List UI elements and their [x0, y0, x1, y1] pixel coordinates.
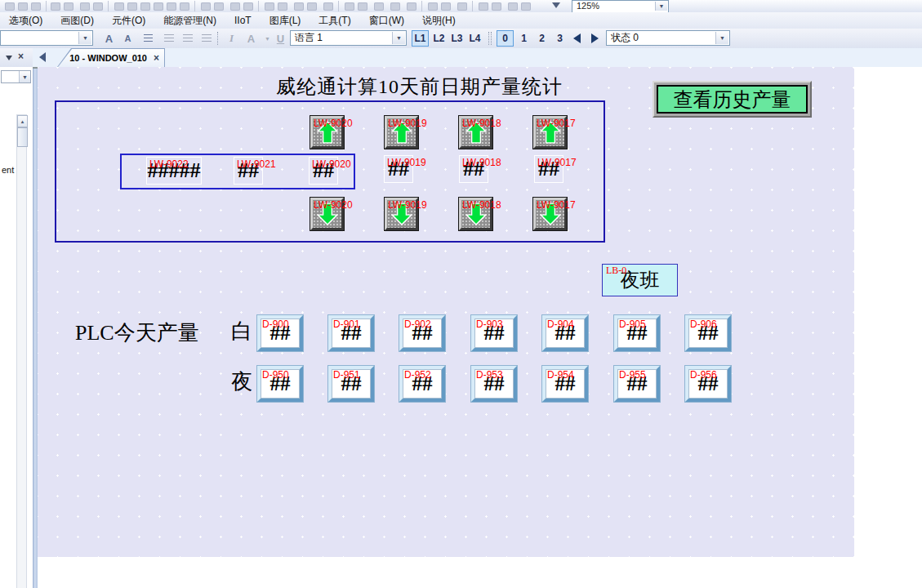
numeric-display[interactable]: D-905 ##	[614, 315, 660, 351]
italic-icon[interactable]: I	[224, 31, 239, 46]
scrollbar-thumb[interactable]	[17, 127, 28, 147]
state-combobox[interactable]: 状态 0 ▼	[606, 30, 730, 46]
view-history-button-face[interactable]: 查看历史产量	[657, 85, 808, 114]
state-tab-0[interactable]: 0	[497, 30, 514, 47]
font-combobox[interactable]: ▼	[0, 30, 93, 46]
chevron-down-icon[interactable]: ▼	[78, 32, 91, 44]
toolbar-icon[interactable]	[243, 2, 253, 11]
increment-button[interactable]: LW-9020	[310, 116, 344, 149]
zoom-tool-icon[interactable]	[552, 2, 560, 12]
font-color-icon[interactable]: A	[243, 31, 259, 46]
font-shrink-icon[interactable]: A	[120, 31, 136, 46]
previous-state-icon[interactable]	[573, 33, 581, 43]
hmi-window-canvas[interactable]: 威纶通计算10天前日期产量统计 查看历史产量 LW-9020 LW-9019 L…	[38, 67, 854, 557]
chevron-down-icon[interactable]: ▼	[655, 2, 667, 11]
toolbar-icon[interactable]	[265, 2, 274, 11]
chevron-down-icon[interactable]: ▼	[715, 32, 728, 44]
language-tab-l1[interactable]: L1	[412, 30, 429, 47]
toolbar-icon[interactable]	[407, 2, 416, 11]
toolbar-icon[interactable]	[374, 2, 384, 11]
numeric-display[interactable]: LW-9017 ##	[534, 155, 563, 183]
toolbar-icon[interactable]	[167, 2, 176, 11]
panel-menu-icon[interactable]	[6, 56, 12, 64]
toolbar-icon[interactable]	[521, 2, 531, 11]
toolbar-icon[interactable]	[479, 2, 488, 11]
numeric-display[interactable]: D-901 ##	[328, 315, 374, 351]
toolbar-icon[interactable]	[127, 2, 137, 11]
panel-close-icon[interactable]: ×	[18, 51, 24, 62]
toolbar-icon[interactable]	[51, 2, 60, 11]
toolbar-icon[interactable]	[508, 2, 518, 11]
state-tab-3[interactable]: 3	[551, 30, 568, 47]
numeric-display[interactable]: D-906 ##	[685, 315, 731, 351]
toolbar-icon[interactable]	[278, 2, 287, 11]
language-tab-l2[interactable]: L2	[430, 30, 448, 47]
decrement-button[interactable]: LW-9019	[385, 198, 418, 230]
underline-icon[interactable]: U	[273, 31, 288, 46]
menu-iiot[interactable]: IIoT	[225, 15, 261, 26]
decrement-button[interactable]: LW-9017	[533, 198, 567, 230]
menu-window[interactable]: 窗口(W)	[360, 14, 413, 28]
view-history-button[interactable]: 查看历史产量	[653, 81, 812, 118]
panel-filter-combobox[interactable]: ▼	[1, 70, 31, 83]
toolbar-icon[interactable]	[180, 2, 189, 11]
menu-objects[interactable]: 元件(O)	[103, 14, 154, 28]
numeric-display[interactable]: D-950 ##	[257, 366, 303, 402]
language-combobox[interactable]: 语言 1 ▼	[290, 30, 407, 46]
toolbar-icon[interactable]	[18, 2, 28, 11]
next-state-icon[interactable]	[591, 33, 599, 43]
menu-tools[interactable]: 工具(T)	[310, 14, 359, 28]
tab-scroll-left-icon[interactable]	[39, 52, 46, 62]
toolbar-icon[interactable]	[5, 2, 15, 11]
menu-help[interactable]: 说明(H)	[413, 14, 465, 28]
state-tab-1[interactable]: 1	[515, 30, 532, 47]
numeric-display[interactable]: D-953 ##	[471, 366, 517, 402]
numeric-display[interactable]: D-954 ##	[542, 366, 588, 402]
toolbar-icon[interactable]	[294, 2, 304, 11]
tab-close-icon[interactable]: ×	[154, 52, 159, 64]
menu-draw[interactable]: 画图(D)	[51, 14, 103, 28]
toolbar-icon[interactable]	[201, 2, 211, 11]
numeric-display[interactable]: D-902 ##	[399, 315, 445, 351]
language-tab-l3[interactable]: L3	[448, 30, 465, 47]
toolbar-icon[interactable]	[390, 2, 400, 11]
toolbar-icon[interactable]	[428, 2, 438, 11]
numeric-display[interactable]: D-900 ##	[257, 315, 303, 351]
numeric-display[interactable]: D-904 ##	[542, 315, 588, 351]
shift-indicator[interactable]: LB-0 夜班	[602, 264, 678, 296]
numeric-display[interactable]: D-955 ##	[614, 366, 660, 402]
zoom-level-combobox[interactable]: 125% ▼	[572, 0, 669, 13]
toolbar-icon[interactable]	[307, 2, 317, 11]
toolbar-icon[interactable]	[140, 2, 150, 11]
numeric-display[interactable]: D-952 ##	[399, 366, 445, 402]
toolbar-icon[interactable]	[64, 2, 73, 11]
toolbar-icon[interactable]	[154, 2, 163, 11]
language-tab-l4[interactable]: L4	[466, 30, 483, 47]
toolbar-icon[interactable]	[31, 2, 41, 11]
align-left-icon[interactable]	[161, 31, 176, 46]
panel-list-item[interactable]: ent	[2, 165, 14, 175]
toolbar-icon[interactable]	[93, 2, 103, 11]
menu-library[interactable]: 图库(L)	[261, 14, 310, 28]
toolbar-icon[interactable]	[358, 2, 367, 11]
increment-button[interactable]: LW-9017	[533, 116, 567, 149]
panel-scrollbar[interactable]: ▲	[16, 114, 27, 588]
chevron-down-icon[interactable]: ▼	[392, 32, 405, 44]
decrement-button[interactable]: LW-9018	[459, 198, 492, 230]
numeric-display[interactable]: D-956 ##	[685, 366, 731, 402]
toolbar-icon[interactable]	[345, 2, 354, 11]
increment-button[interactable]: LW-9018	[459, 116, 492, 149]
chevron-down-icon[interactable]: ▼	[19, 71, 30, 82]
toolbar-icon[interactable]	[323, 2, 333, 11]
numeric-display[interactable]: D-903 ##	[471, 315, 517, 351]
scroll-up-icon[interactable]: ▲	[17, 115, 28, 127]
increment-button[interactable]: LW-9019	[385, 116, 418, 149]
align-right-icon[interactable]	[198, 31, 214, 46]
toolbar-icon[interactable]	[441, 2, 451, 11]
numeric-display[interactable]: LW-9019 ##	[384, 155, 413, 183]
tab-window-010-face[interactable]: 10 - WINDOW_010 ×	[58, 49, 164, 67]
align-center-icon[interactable]	[180, 31, 195, 46]
toolbar-icon[interactable]	[214, 2, 224, 11]
font-enlarge-icon[interactable]: A	[101, 31, 117, 46]
toolbar-icon[interactable]	[80, 2, 90, 11]
